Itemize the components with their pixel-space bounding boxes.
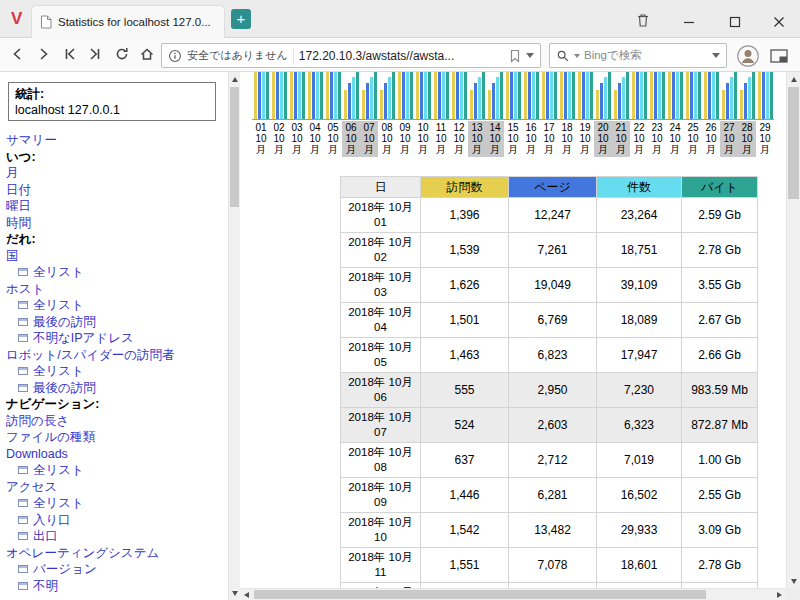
- cell-pages: 6,281: [509, 478, 597, 513]
- sidebar-item-text: ホスト: [6, 282, 44, 296]
- chart-bars: [738, 72, 756, 120]
- day-cell: 2018年 10月10: [341, 513, 421, 548]
- cell-visits: 1,539: [421, 233, 509, 268]
- scroll-up-button[interactable]: [787, 72, 800, 86]
- chart-x-label: 1310月: [468, 121, 486, 157]
- address-dropdown-icon[interactable]: [526, 53, 534, 58]
- chart-bar-pages: [600, 83, 603, 119]
- table-row-day-01: 2018年 10月011,39612,24723,2642.59 Gb: [341, 198, 758, 233]
- chart-bar-bytes: [464, 72, 467, 119]
- cell-bytes: 1.00 Gb: [682, 443, 758, 478]
- sidebar-item-link[interactable]: 不明なIPアドレス: [6, 330, 224, 347]
- rewind-button[interactable]: [58, 42, 82, 66]
- address-bar[interactable]: 安全ではありません 172.20.10.3/awstats//awsta...: [161, 43, 541, 68]
- home-button[interactable]: [135, 42, 159, 66]
- vertical-scrollbar-thumb[interactable]: [788, 87, 799, 199]
- sidebar-item-link[interactable]: サマリー: [6, 132, 224, 149]
- main-horizontal-scrollbar[interactable]: [240, 588, 786, 600]
- sidebar-item-link[interactable]: Downloads: [6, 446, 224, 463]
- capture-panel-icon[interactable]: [767, 44, 791, 68]
- sidebar-item-link[interactable]: バージョン: [6, 561, 224, 578]
- fast-forward-button[interactable]: [83, 42, 107, 66]
- chart-bar-bytes: [518, 72, 521, 119]
- cell-hits: 6,323: [597, 408, 682, 443]
- search-input[interactable]: Bingで検索: [584, 48, 708, 63]
- sidebar-item-link[interactable]: 月: [6, 165, 224, 182]
- sidebar-item-text: 国: [6, 249, 19, 263]
- sidebar-item-link[interactable]: 日付: [6, 182, 224, 199]
- table-row-day-04: 2018年 10月041,5016,76918,0892.67 Gb: [341, 303, 758, 338]
- sidebar-scrollbar[interactable]: [228, 72, 240, 600]
- scroll-right-button[interactable]: [773, 589, 786, 600]
- chart-bars: [414, 72, 432, 120]
- vivaldi-logo[interactable]: V: [11, 9, 22, 29]
- chart-day-group: 1710月: [540, 72, 558, 157]
- minimize-button[interactable]: [680, 13, 698, 31]
- chart-bar-bytes: [320, 72, 323, 119]
- sidebar-item-link[interactable]: ファイルの種類: [6, 429, 224, 446]
- sidebar-item-link[interactable]: 時間: [6, 215, 224, 232]
- chart-bars: [756, 72, 774, 120]
- back-button[interactable]: [6, 42, 30, 66]
- sidebar-item-link[interactable]: アクセス: [6, 479, 224, 496]
- sidebar-item-text: サマリー: [6, 133, 57, 147]
- scroll-left-button[interactable]: [240, 589, 253, 600]
- sidebar-item-link[interactable]: 全リスト: [6, 462, 224, 479]
- trash-icon[interactable]: [634, 11, 652, 29]
- chart-bar-visits: [632, 72, 635, 119]
- sidebar-item-link[interactable]: 全リスト: [6, 363, 224, 380]
- maximize-button[interactable]: [726, 13, 744, 31]
- chart-day-group: 2310月: [648, 72, 666, 157]
- chart-x-label: 2910月: [756, 121, 774, 157]
- reload-button[interactable]: [110, 42, 134, 66]
- sidebar-item-link[interactable]: オペレーティングシステム: [6, 545, 224, 562]
- forward-button[interactable]: [31, 42, 55, 66]
- cell-visits: 1,542: [421, 513, 509, 548]
- info-icon[interactable]: [168, 49, 182, 63]
- table-row-day-06: 2018年 10月065552,9507,230983.59 Mb: [341, 373, 758, 408]
- close-button[interactable]: [770, 13, 788, 31]
- sidebar-item-link[interactable]: ロボット/スパイダーの訪問者: [6, 347, 224, 364]
- chart-bar-visits: [254, 72, 257, 119]
- main-vertical-scrollbar[interactable]: [786, 72, 800, 588]
- chart-day-group: 0810月: [378, 72, 396, 157]
- chart-bars: [270, 72, 288, 120]
- browser-tab[interactable]: Statistics for localhost 127.0...: [31, 5, 225, 38]
- chart-bar-bytes: [482, 72, 485, 119]
- sidebar-item-link[interactable]: 全リスト: [6, 297, 224, 314]
- sidebar-item-link[interactable]: 出口: [6, 528, 224, 545]
- horizontal-scrollbar-thumb[interactable]: [254, 590, 706, 599]
- search-engine-dropdown-icon[interactable]: [574, 54, 580, 58]
- new-tab-button[interactable]: +: [231, 9, 251, 29]
- chart-bar-visits: [614, 90, 617, 119]
- chart-bar-pages: [762, 72, 765, 119]
- sidebar-item-link[interactable]: 全リスト: [6, 264, 224, 281]
- sidebar-item-link[interactable]: 国: [6, 248, 224, 265]
- sidebar-item-link[interactable]: 最後の訪問: [6, 380, 224, 397]
- cell-hits: 18,089: [597, 303, 682, 338]
- sidebar-item-text: 不明: [33, 579, 58, 593]
- scroll-down-button[interactable]: [229, 586, 240, 600]
- table-header-row: 日 訪問数 ページ 件数 バイト: [341, 177, 758, 198]
- chart-bar-pages: [654, 72, 657, 119]
- chart-day-group: 2810月: [738, 72, 756, 157]
- sidebar-item-link[interactable]: 入り口: [6, 512, 224, 529]
- chart-x-label: 1810月: [558, 121, 576, 157]
- sidebar-scrollbar-thumb[interactable]: [230, 87, 239, 207]
- sidebar-item-link[interactable]: ホスト: [6, 281, 224, 298]
- sidebar-item-link[interactable]: 全リスト: [6, 495, 224, 512]
- scroll-up-button[interactable]: [229, 72, 240, 86]
- chart-bar-visits: [362, 90, 365, 119]
- sidebar-item-link[interactable]: 曜日: [6, 198, 224, 215]
- sidebar-item-link[interactable]: 訪問の長さ: [6, 413, 224, 430]
- profile-avatar-icon[interactable]: [735, 43, 761, 69]
- search-dropdown-icon[interactable]: [712, 53, 720, 58]
- sidebar-item-link[interactable]: 不明: [6, 578, 224, 595]
- search-field[interactable]: Bingで検索: [549, 43, 727, 68]
- scroll-down-button[interactable]: [787, 574, 800, 588]
- chart-bar-pages: [528, 72, 531, 119]
- chart-day-group: 0110月: [252, 72, 270, 157]
- bookmark-icon[interactable]: [509, 49, 521, 63]
- sidebar-item-link[interactable]: 最後の訪問: [6, 314, 224, 331]
- chart-bar-pages: [474, 83, 477, 119]
